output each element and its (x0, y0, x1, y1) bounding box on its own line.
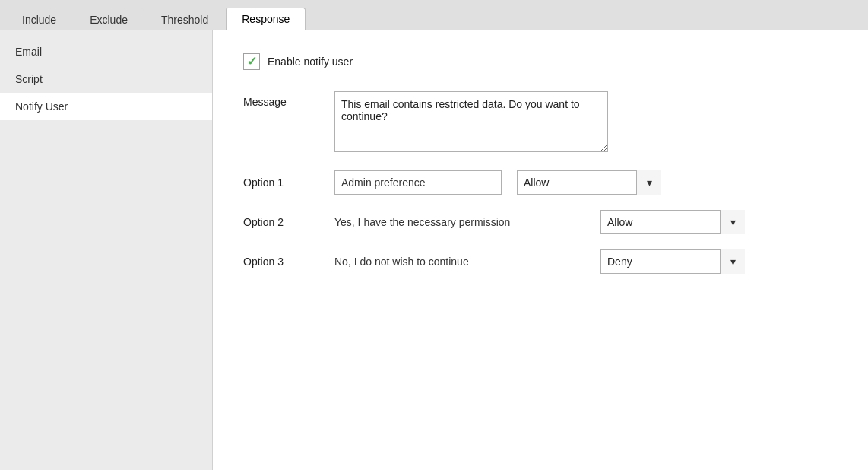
content-area: ✓ Enable notify user Message This email … (213, 30, 868, 470)
tabs-bar: Include Exclude Threshold Response (0, 0, 868, 30)
message-label: Message (243, 91, 334, 108)
sidebar-item-notify-user[interactable]: Notify User (0, 93, 212, 120)
sidebar: Email Script Notify User (0, 30, 213, 470)
sidebar-item-email[interactable]: Email (0, 38, 212, 65)
option3-row: Option 3 No, I do not wish to continue A… (243, 249, 838, 274)
option2-label: Option 2 (243, 216, 334, 228)
enable-checkbox[interactable]: ✓ (243, 53, 260, 70)
option2-text: Yes, I have the necessary permission (334, 216, 585, 228)
enable-label: Enable notify user (268, 56, 353, 68)
option2-action-wrapper: Allow Deny (600, 210, 745, 234)
tab-response[interactable]: Response (226, 8, 306, 30)
enable-row: ✓ Enable notify user (243, 53, 838, 70)
message-row: Message This email contains restricted d… (243, 91, 838, 152)
checkmark-icon: ✓ (247, 56, 257, 68)
option3-text: No, I do not wish to continue (334, 256, 585, 268)
option2-select-wrapper: Allow Deny (600, 210, 745, 234)
main-content: Email Script Notify User ✓ Enable notify… (0, 30, 868, 470)
option3-action-select[interactable]: Allow Deny (600, 249, 745, 274)
option1-row: Option 1 Allow Deny (243, 170, 838, 195)
option2-row: Option 2 Yes, I have the necessary permi… (243, 210, 838, 234)
option3-action-wrapper: Allow Deny (600, 249, 745, 274)
option1-select-wrapper: Allow Deny (517, 170, 661, 195)
option1-text-input[interactable] (334, 170, 502, 195)
option1-action-wrapper: Allow Deny (517, 170, 661, 195)
option2-action-select[interactable]: Allow Deny (600, 210, 745, 234)
option3-select-wrapper: Allow Deny (600, 249, 745, 274)
tab-exclude[interactable]: Exclude (74, 8, 144, 30)
message-textarea[interactable]: This email contains restricted data. Do … (334, 91, 608, 152)
tab-include[interactable]: Include (6, 8, 72, 30)
tab-threshold[interactable]: Threshold (145, 8, 224, 30)
option3-label: Option 3 (243, 256, 334, 268)
option1-label: Option 1 (243, 176, 334, 189)
sidebar-item-script[interactable]: Script (0, 65, 212, 93)
option1-action-select[interactable]: Allow Deny (517, 170, 661, 195)
